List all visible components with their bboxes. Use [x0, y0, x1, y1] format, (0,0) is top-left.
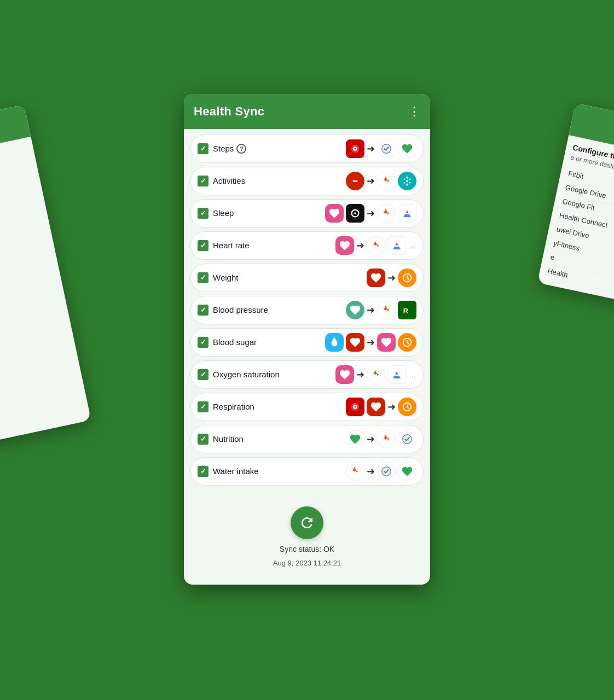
left-panel: ➜ The activity data source Select one or…	[0, 104, 91, 456]
dest-icon-google-fit	[398, 430, 416, 448]
more-icon: …	[408, 372, 416, 378]
dest-name: Health	[547, 267, 569, 279]
sync-row-sleep[interactable]: Sleep ➜	[190, 199, 424, 228]
sync-row-blood-pressure[interactable]: Blood pressure ➜ R	[190, 296, 424, 324]
icons-area-blood-pressure: ➜ R	[346, 301, 416, 319]
dest-icon-gdrive	[398, 204, 416, 223]
source-icon-drops	[325, 333, 344, 352]
svg-point-21	[409, 182, 411, 183]
arrow-icon: ➜	[367, 304, 375, 316]
icons-area-blood-sugar: ➜	[325, 333, 416, 352]
checkbox-sleep[interactable]	[198, 208, 208, 219]
label-activities: Activities	[213, 176, 341, 185]
dest-icon-health-connect	[398, 139, 416, 158]
label-nutrition: Nutrition	[213, 434, 341, 444]
sync-date: Aug 9, 2023 11:24:21	[273, 559, 341, 567]
label-weight: Weight	[213, 273, 362, 282]
left-content: The activity data source Select one or m…	[0, 137, 91, 456]
label-oxygen-saturation: Oxygen saturation	[213, 370, 331, 379]
icons-area-activities: ➜	[346, 172, 416, 190]
label-blood-sugar: Blood sugar	[213, 337, 321, 347]
dest-icon-strava	[377, 430, 396, 448]
dest-icon-google-fit	[377, 139, 396, 158]
dest-icon-fitbit	[398, 172, 416, 190]
checkbox-activities[interactable]	[198, 176, 208, 186]
dest-icon-gdrive	[387, 236, 406, 255]
icons-area-water-intake: ➜	[346, 462, 416, 481]
source-icon-coros	[346, 139, 364, 158]
dest-icon-google-fit	[377, 462, 396, 481]
arrow-icon: ➜	[356, 369, 364, 381]
sync-row-activities[interactable]: Activities ➜	[190, 167, 424, 195]
icons-area-weight: ➜	[367, 269, 416, 287]
checkbox-nutrition[interactable]	[198, 434, 208, 445]
dest-name: yFitness	[553, 239, 580, 253]
dest-icon-more: …	[408, 370, 416, 380]
app-title: Health Sync	[194, 104, 264, 119]
dest-icon-strava	[367, 236, 385, 255]
checkbox-blood-pressure[interactable]	[198, 305, 208, 316]
sync-row-heart-rate[interactable]: Heart rate ➜ …	[190, 231, 424, 260]
checkbox-heart-rate[interactable]	[198, 240, 208, 251]
arrow-icon: ➜	[367, 465, 375, 477]
source-icon-withings	[325, 204, 344, 223]
dest-icon-runalyze: R	[398, 301, 416, 319]
dest-icon-health-connect	[398, 462, 416, 481]
icons-area-respiration: ➜	[346, 398, 416, 416]
svg-point-29	[355, 406, 356, 407]
checkbox-blood-sugar[interactable]	[198, 337, 208, 348]
dest-icon-gdrive	[387, 365, 406, 384]
sync-row-blood-sugar[interactable]: Blood sugar ➜	[190, 328, 424, 357]
right-content: Configure the activity sync e or more de…	[537, 135, 614, 318]
sync-row-nutrition[interactable]: Nutrition ➜	[190, 425, 424, 453]
svg-point-15	[406, 176, 408, 178]
dest-icon-cronometer	[398, 269, 416, 287]
sync-button[interactable]	[291, 506, 323, 539]
dest-icon-strava	[377, 204, 396, 223]
center-panel: Health Sync ⋮ Steps? ➜ Activities ➜ Slee…	[184, 94, 430, 585]
dest-icon-strava	[377, 172, 396, 190]
dest-icon-more: …	[408, 241, 416, 250]
arrow-icon: ➜	[367, 207, 375, 219]
checkbox-steps[interactable]	[198, 143, 208, 154]
label-heart-rate: Heart rate	[213, 241, 331, 250]
dest-icon-strava	[367, 365, 385, 384]
dest-name: e	[550, 253, 555, 261]
icons-area-steps: ➜	[346, 139, 416, 158]
svg-point-20	[404, 182, 406, 183]
source-icon-withings	[335, 365, 354, 384]
sync-row-steps[interactable]: Steps? ➜	[190, 135, 424, 163]
source-icon-lifesum	[346, 301, 364, 319]
sync-row-oxygen-saturation[interactable]: Oxygen saturation ➜ …	[190, 360, 424, 389]
source-icon-coros	[346, 398, 364, 416]
icons-area-oxygen-saturation: ➜ …	[335, 365, 416, 384]
more-icon: …	[408, 243, 416, 249]
dest-icon-strava	[377, 301, 396, 319]
icons-area-nutrition: ➜	[346, 430, 416, 448]
source-icon-withings-red	[346, 333, 364, 352]
sync-status-label: Sync status: OK	[280, 545, 334, 553]
svg-point-23	[354, 212, 356, 214]
help-icon[interactable]: ?	[236, 144, 246, 154]
arrow-icon: ➜	[367, 143, 375, 155]
checkbox-water-intake[interactable]	[198, 466, 208, 477]
sync-row-respiration[interactable]: Respiration ➜	[190, 393, 424, 421]
checkbox-oxygen-saturation[interactable]	[198, 369, 208, 380]
menu-icon[interactable]: ⋮	[408, 104, 420, 119]
label-water-intake: Water intake	[213, 466, 341, 476]
source-icon-withings-red	[367, 269, 385, 287]
source-icon-oura	[346, 204, 364, 223]
label-steps: Steps?	[213, 144, 341, 154]
checkbox-weight[interactable]	[198, 272, 208, 283]
source-icon-strava-minus	[346, 172, 364, 190]
source-icon-withings	[335, 236, 354, 255]
sync-list: Steps? ➜ Activities ➜ Sleep ➜ Heart rate…	[184, 129, 430, 491]
sync-row-water-intake[interactable]: Water intake ➜	[190, 457, 424, 486]
arrow-icon: ➜	[367, 336, 375, 348]
sync-row-weight[interactable]: Weight ➜	[190, 264, 424, 292]
dest-icon-cronometer	[398, 333, 416, 352]
svg-point-11	[355, 148, 356, 149]
svg-point-19	[409, 178, 411, 180]
svg-text:R: R	[403, 306, 408, 314]
checkbox-respiration[interactable]	[198, 401, 208, 412]
